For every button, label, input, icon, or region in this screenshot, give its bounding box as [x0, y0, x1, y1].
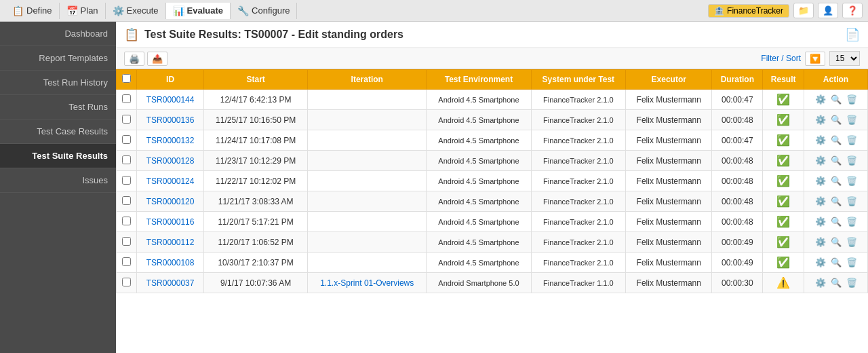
row-executor: Felix Mustermann — [626, 253, 712, 273]
toolbar: 🖨️ 📤 Filter / Sort 🔽 15 25 50 100 — [116, 48, 868, 69]
action-view-icon[interactable]: 🔍 — [829, 175, 843, 187]
row-id[interactable]: TSR0000037 — [137, 273, 204, 293]
action-view-icon[interactable]: 🔍 — [829, 114, 843, 126]
row-iteration — [308, 130, 427, 151]
nav-execute[interactable]: ⚙️ Execute — [106, 3, 166, 19]
row-checkbox[interactable] — [117, 232, 137, 253]
sidebar-item-issues[interactable]: Issues — [0, 168, 116, 193]
row-id[interactable]: TSR0000116 — [137, 212, 204, 232]
sidebar-item-test-run-history[interactable]: Test Run History — [0, 71, 116, 95]
row-checkbox[interactable] — [117, 212, 137, 232]
row-duration: 00:00:48 — [712, 171, 763, 191]
result-warn-icon: ⚠️ — [776, 277, 790, 289]
row-actions: ⚙️ 🔍 🗑️ — [804, 151, 868, 171]
action-settings-icon[interactable]: ⚙️ — [814, 196, 827, 207]
header-start: Start — [204, 70, 308, 90]
row-start: 11/24/17 10:17:08 PM — [204, 130, 308, 151]
row-id[interactable]: TSR0000132 — [137, 130, 204, 151]
action-delete-icon[interactable]: 🗑️ — [845, 196, 859, 207]
action-settings-icon[interactable]: ⚙️ — [814, 155, 827, 166]
action-settings-icon[interactable]: ⚙️ — [814, 94, 827, 105]
action-view-icon[interactable]: 🔍 — [829, 94, 843, 105]
action-settings-icon[interactable]: ⚙️ — [814, 257, 827, 268]
action-delete-icon[interactable]: 🗑️ — [845, 257, 859, 268]
row-checkbox[interactable] — [117, 130, 137, 151]
header-result: Result — [763, 70, 804, 90]
row-iteration — [308, 232, 427, 253]
export-button[interactable]: 📤 — [147, 52, 167, 66]
folder-icon[interactable]: 📁 — [793, 3, 814, 18]
sidebar-item-test-case-results[interactable]: Test Case Results — [0, 119, 116, 144]
filter-icon-button[interactable]: 🔽 — [805, 52, 825, 66]
row-id[interactable]: TSR0000112 — [137, 232, 204, 253]
row-actions: ⚙️ 🔍 🗑️ — [804, 130, 868, 151]
per-page-select[interactable]: 15 25 50 100 — [829, 51, 860, 66]
result-ok-icon: ✅ — [776, 196, 790, 207]
row-id[interactable]: TSR0000120 — [137, 191, 204, 212]
action-view-icon[interactable]: 🔍 — [829, 216, 843, 227]
action-view-icon[interactable]: 🔍 — [829, 277, 843, 289]
action-view-icon[interactable]: 🔍 — [829, 134, 843, 146]
action-view-icon[interactable]: 🔍 — [829, 155, 843, 166]
action-settings-icon[interactable]: ⚙️ — [814, 175, 827, 187]
filter-sort-link[interactable]: Filter / Sort — [761, 54, 801, 63]
result-ok-icon: ✅ — [776, 175, 790, 187]
action-view-icon[interactable]: 🔍 — [829, 257, 843, 268]
row-checkbox[interactable] — [117, 253, 137, 273]
row-checkbox[interactable] — [117, 171, 137, 191]
row-iteration[interactable]: 1.1.x-Sprint 01-Overviews — [308, 273, 427, 293]
row-executor: Felix Mustermann — [626, 191, 712, 212]
plan-icon: 📅 — [66, 5, 78, 16]
row-checkbox[interactable] — [117, 151, 137, 171]
row-id[interactable]: TSR0000136 — [137, 110, 204, 130]
row-actions: ⚙️ 🔍 🗑️ — [804, 212, 868, 232]
row-actions: ⚙️ 🔍 🗑️ — [804, 232, 868, 253]
nav-define[interactable]: 📋 Define — [5, 3, 60, 19]
row-iteration — [308, 110, 427, 130]
action-delete-icon[interactable]: 🗑️ — [845, 94, 859, 105]
row-duration: 00:00:49 — [712, 253, 763, 273]
sidebar-item-report-templates[interactable]: Report Templates — [0, 46, 116, 71]
nav-evaluate[interactable]: 📊 Evaluate — [166, 3, 231, 19]
action-delete-icon[interactable]: 🗑️ — [845, 175, 859, 187]
row-id[interactable]: TSR0000144 — [137, 90, 204, 110]
user-icon[interactable]: 👤 — [818, 3, 838, 18]
table-row: TSR0000108 10/30/17 2:10:37 PM Android 4… — [117, 253, 868, 273]
action-delete-icon[interactable]: 🗑️ — [845, 236, 859, 248]
action-delete-icon[interactable]: 🗑️ — [845, 134, 859, 146]
nav-configure[interactable]: 🔧 Configure — [231, 3, 297, 19]
action-delete-icon[interactable]: 🗑️ — [845, 114, 859, 126]
action-delete-icon[interactable]: 🗑️ — [845, 155, 859, 166]
print-button[interactable]: 🖨️ — [124, 52, 144, 66]
header-action: Action — [804, 70, 868, 90]
action-view-icon[interactable]: 🔍 — [829, 196, 843, 207]
select-all-checkbox[interactable] — [122, 74, 131, 83]
action-delete-icon[interactable]: 🗑️ — [845, 216, 859, 227]
row-checkbox[interactable] — [117, 110, 137, 130]
action-settings-icon[interactable]: ⚙️ — [814, 134, 827, 146]
sidebar-item-dashboard[interactable]: Dashboard — [0, 22, 116, 46]
export-icon[interactable]: 📄 — [845, 27, 860, 42]
sidebar-item-test-runs[interactable]: Test Runs — [0, 95, 116, 119]
sidebar-item-test-suite-results[interactable]: Test Suite Results — [0, 144, 116, 168]
nav-plan[interactable]: 📅 Plan — [60, 3, 106, 19]
action-settings-icon[interactable]: ⚙️ — [814, 236, 827, 248]
row-duration: 00:00:49 — [712, 232, 763, 253]
row-id[interactable]: TSR0000124 — [137, 171, 204, 191]
header-id: ID — [137, 70, 204, 90]
action-delete-icon[interactable]: 🗑️ — [845, 277, 859, 289]
help-icon[interactable]: ❓ — [842, 3, 863, 18]
action-settings-icon[interactable]: ⚙️ — [814, 277, 827, 289]
row-checkbox[interactable] — [117, 191, 137, 212]
action-view-icon[interactable]: 🔍 — [829, 236, 843, 248]
row-executor: Felix Mustermann — [626, 110, 712, 130]
action-settings-icon[interactable]: ⚙️ — [814, 114, 827, 126]
row-checkbox[interactable] — [117, 273, 137, 293]
row-result: ✅ — [763, 90, 804, 110]
row-id[interactable]: TSR0000108 — [137, 253, 204, 273]
top-nav: 📋 Define 📅 Plan ⚙️ Execute 📊 Evaluate 🔧 … — [0, 0, 868, 22]
row-checkbox[interactable] — [117, 90, 137, 110]
row-id[interactable]: TSR0000128 — [137, 151, 204, 171]
action-settings-icon[interactable]: ⚙️ — [814, 216, 827, 227]
row-actions: ⚙️ 🔍 🗑️ — [804, 171, 868, 191]
